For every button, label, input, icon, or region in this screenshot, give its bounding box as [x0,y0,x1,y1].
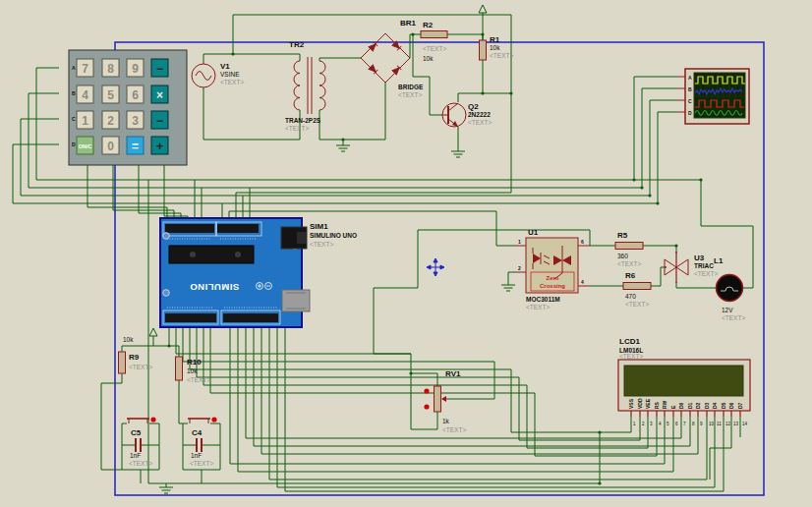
sim1-ref: SIM1 [310,222,328,231]
key-multiply[interactable]: × [151,85,168,103]
key-9[interactable]: 9 [127,59,144,77]
rv1-text: <TEXT> [442,426,466,433]
u1-ref: U1 [528,228,539,237]
r9-ref: R9 [129,353,140,362]
keypad-pin-b: B [72,90,76,96]
key-label: 0 [107,140,114,153]
r1-ref: R1 [490,35,500,44]
lcd-pin-vdd: VDD [637,398,643,409]
rv1-increase-dot[interactable] [424,388,429,393]
br1-text: <TEXT> [398,91,422,98]
lcd-pinnum-4: 4 [659,422,662,426]
lcd-pin-vee: VEE [645,398,651,409]
lcd1-text: <TEXT> [619,353,643,360]
key-minus-2[interactable]: − [151,111,168,129]
u1-note-1: Zero [546,275,558,281]
u3-text: <TEXT> [694,270,718,277]
oscilloscope[interactable]: A B C D [677,69,749,124]
v1-ref: V1 [220,62,230,71]
digital-header-2 [217,224,259,233]
key-label: = [132,140,139,153]
key-label: × [156,88,163,102]
component-lcd1[interactable]: LCD1 LM016L <TEXT> VSS VDD VEE RS RW E D… [618,337,750,426]
r2-value: 10k [423,55,434,62]
keypad[interactable]: 7 8 9 − 4 5 6 × 1 2 3 − ON/C 0 = + A B C… [69,50,187,165]
u3-ref: U3 [694,254,705,262]
lcd-pinnum-11: 11 [717,422,722,426]
component-l1-lamp[interactable]: L1 12V <TEXT> [714,256,745,321]
key-label: − [156,62,163,76]
component-r6[interactable]: R6 470 <TEXT> [623,271,651,308]
key-label: 3 [132,114,139,128]
key-4[interactable]: 4 [77,85,93,103]
push-button-1[interactable] [127,417,156,423]
key-plus[interactable]: + [151,137,168,154]
key-2[interactable]: 2 [102,111,119,129]
lcd-pin-d1: D1 [687,402,693,409]
key-label: 9 [132,62,139,76]
key-6[interactable]: 6 [127,85,144,103]
component-sim1-arduino[interactable]: SIMULINO SIM1 SIMULINO UNO <TEXT> [160,218,357,327]
lcd-pin-d7: D7 [737,402,743,409]
lcd-pinnum-3: 3 [650,422,653,426]
component-c5[interactable]: C5 1nF <TEXT> [129,428,152,467]
sim1-value: SIMULINO UNO [310,232,357,239]
key-5[interactable]: 5 [102,85,119,103]
u1-pin4: 4 [581,279,584,285]
u1-pin6: 6 [581,239,584,245]
lcd-pin-d4: D4 [712,402,718,409]
component-r2[interactable]: R2 <TEXT> 10k [421,21,447,62]
lcd-pinnum-6: 6 [675,422,678,426]
component-u1-optocoupler[interactable]: Zero Crossing 1 2 6 4 U1 MOC3011M <TEXT> [515,228,590,310]
rv1-decrease-dot[interactable] [424,404,429,409]
lcd-pinnum-2: 2 [642,422,645,426]
u1-value: MOC3011M [526,296,560,303]
component-c4[interactable]: C4 1nF <TEXT> [190,428,213,467]
button-2-dot[interactable] [211,417,216,422]
component-v1-vsine[interactable]: V1 VSINE <TEXT> [192,62,244,87]
r5-text: <TEXT> [617,260,641,267]
key-7[interactable]: 7 [77,59,93,77]
key-minus-1[interactable]: − [151,59,168,77]
lcd1-ref: LCD1 [619,337,640,346]
lcd-pin-d5: D5 [721,402,726,409]
power-header [165,313,216,322]
origin-marker [427,258,444,276]
keypad-pin-d: D [72,141,76,147]
component-rv1-pot[interactable]: RV1 1k <TEXT> [424,369,466,433]
scope-ch-c: C [688,98,692,104]
rv1-ref: RV1 [445,369,461,378]
key-on-c[interactable]: ON/C [77,137,93,154]
lcd-pin-vss: VSS [628,398,634,409]
r2-text: <TEXT> [423,45,446,52]
key-8[interactable]: 8 [102,59,119,77]
key-label: 1 [82,114,88,128]
push-button-2[interactable] [188,417,217,423]
key-1[interactable]: 1 [77,111,93,129]
rv1-value: 1k [442,418,450,424]
scope-ch-d: D [688,110,692,116]
lcd-pin-d0: D0 [678,402,684,409]
lcd-pinnum-5: 5 [667,422,669,426]
r2-ref: R2 [423,21,434,29]
c5-value: 1nF [130,452,141,459]
u1-pin2: 2 [518,265,521,271]
component-r9[interactable]: R9 10k <TEXT> [119,336,153,373]
v1-value: VSINE [220,71,240,78]
key-3[interactable]: 3 [127,111,144,129]
component-br1-bridge[interactable]: BR1 BRIDGE <TEXT> [361,19,424,98]
component-q2-transistor[interactable]: Q2 2N2222 <TEXT> [442,102,492,127]
lcd-pinnum-14: 14 [742,422,748,426]
key-0[interactable]: 0 [102,137,119,154]
button-1-dot[interactable] [150,417,155,422]
component-u3-triac[interactable]: U3 TRIAC <TEXT> [665,252,718,283]
keypad-pin-a: A [72,65,76,71]
key-equals[interactable]: = [127,137,144,154]
c5-text: <TEXT> [129,460,152,467]
component-r1[interactable]: R1 10k <TEXT> [480,35,514,60]
lcd-pinnum-7: 7 [683,422,686,426]
mcu-chip [169,246,254,263]
lcd-pinnum-1: 1 [633,422,636,426]
component-r5[interactable]: R5 360 <TEXT> [615,231,643,267]
c4-value: 1nF [191,452,202,459]
